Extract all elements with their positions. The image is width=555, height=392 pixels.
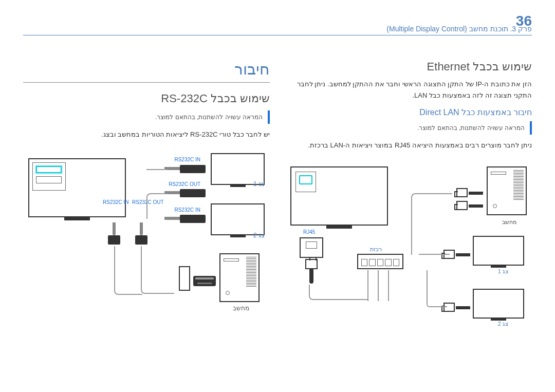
diagram-rs232: RS232C IN RS232C OUT צג 1 צג 2 מחשב RS23…	[23, 145, 270, 315]
rj45-plug-side-icon	[456, 187, 483, 199]
note-box: המראה עשויה להשתנות, בהתאם למוצר.	[285, 121, 532, 135]
label-rs232c-in: RS232C IN	[174, 157, 200, 162]
label-rj45: RJ45	[303, 229, 315, 235]
monitor-main-icon	[28, 158, 126, 217]
note-box: המראה עשויה להשתנות, בהתאם למוצר.	[23, 110, 270, 124]
pc-icon	[219, 253, 260, 302]
cable-icon	[114, 246, 142, 295]
breadcrumb: פרק 3. תוכנת מחשב (Multiple Display Cont…	[23, 25, 532, 35]
note-text: המראה עשויה להשתנות, בהתאם למוצר.	[23, 114, 263, 121]
rj45-zoom-icon	[300, 237, 323, 258]
cable-icon	[388, 270, 389, 301]
db9-plug-icon	[179, 266, 190, 291]
label-computer: מחשב	[502, 219, 516, 226]
cable-icon	[378, 270, 379, 301]
monitor-2-icon	[473, 289, 524, 319]
cable-icon	[419, 254, 450, 255]
audio-plug-icon	[135, 222, 147, 248]
cable-icon	[146, 193, 167, 219]
cable-icon	[427, 270, 447, 307]
rj45-plug-icon	[303, 259, 320, 285]
label-hub: רכזת	[370, 246, 382, 253]
cable-icon	[367, 270, 368, 301]
note-text: המראה עשויה להשתנות, בהתאם למוצר.	[285, 124, 525, 132]
port-rs232-out-icon	[36, 176, 62, 183]
heading-connection: חיבור	[23, 60, 270, 78]
label-monitor1: צג 1	[253, 180, 265, 188]
cable-icon	[141, 260, 174, 294]
heading-rs232c: שימוש בכבל RS-232C	[23, 92, 270, 105]
port-rs232-in-icon	[36, 166, 62, 173]
label-rs232c-in: RS232C IN	[103, 199, 129, 205]
label-monitor2: צג 2	[253, 232, 265, 239]
label-monitor1: צג 1	[498, 268, 509, 275]
body-text-eth: הזן את כתובת ה-IP של התקן התצוגה הראשי ו…	[285, 79, 532, 101]
rj45-port-icon	[295, 172, 321, 197]
monitor-2-icon	[211, 203, 265, 235]
label-monitor2: צג 2	[498, 321, 509, 327]
hub-icon	[357, 254, 403, 269]
rj45-plug-side-icon	[443, 302, 470, 314]
cable-icon	[146, 169, 167, 170]
col-right: חיבור שימוש בכבל RS-232C המראה עשויה להש…	[23, 60, 270, 326]
cable-icon	[411, 193, 452, 255]
cable-icon	[141, 246, 142, 262]
audio-plug-icon	[108, 222, 120, 248]
heading-ethernet: שימוש בכבל Ethernet	[285, 60, 532, 73]
pc-icon	[487, 166, 527, 215]
col-left: שימוש בכבל Ethernet הזן את כתובת ה-IP של…	[285, 60, 532, 326]
heading-direct-lan: חיבור באמצעות כבל Direct LAN	[285, 107, 532, 117]
diagram-ethernet: RJ45 רכזת מחשב צג 1 צג 2	[285, 156, 532, 326]
port-panel-icon	[32, 162, 66, 191]
body-text-rs232: יש לחבר כבל טורי RS-232C ליציאות הטוריות…	[23, 129, 270, 140]
monitor-1-icon	[473, 236, 524, 266]
divider	[23, 82, 270, 83]
serial-connector-icon	[193, 276, 216, 286]
label-computer: מחשב	[233, 305, 249, 312]
label-rs232c-out: RS232C OUT	[169, 181, 200, 187]
rj45-plug-side-icon	[456, 200, 483, 212]
audio-plug-side-icon	[180, 189, 206, 197]
body-text-eth2: ניתן לחבר מוצרים רבים באמצעות היציאה RJ4…	[285, 140, 532, 151]
audio-plug-side-icon	[180, 165, 206, 173]
audio-plug-side-icon	[180, 215, 206, 223]
label-rs232c-in: RS232C IN	[174, 207, 200, 213]
cable-icon	[309, 285, 368, 300]
monitor-main-icon	[290, 166, 388, 226]
